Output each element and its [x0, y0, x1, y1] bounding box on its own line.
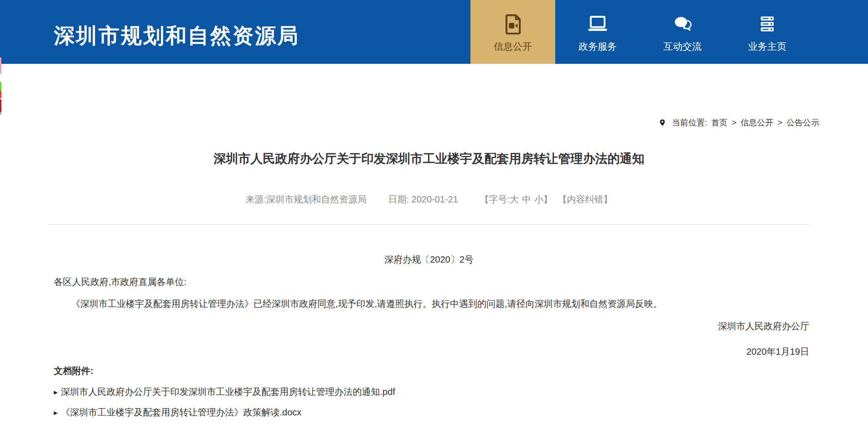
issuing-agency-signature: 深圳市人民政府办公厅: [49, 320, 809, 332]
attachment-link-pdf[interactable]: ▶ 深圳市人民政府办公厅关于印发深圳市工业楼宇及配套用房转让管理办法的通知.pd…: [54, 386, 395, 398]
article-meta: 来源:深圳市规划和自然资源局 日期: 2020-01-21 【字号:大中小】 【…: [49, 193, 809, 206]
fontsize-large-button[interactable]: 大: [510, 194, 519, 204]
edge-widget-stripe: [0, 99, 1, 112]
triangle-bullet-icon: ▶: [54, 410, 57, 416]
meta-source: 来源:深圳市规划和自然资源局: [245, 194, 367, 204]
content-divider: [49, 224, 809, 225]
edge-widget-stripe: [0, 57, 1, 74]
page-title: 深圳市人民政府办公厅关于印发深圳市工业楼宇及配套用房转让管理办法的通知: [49, 150, 809, 167]
content-correction-button[interactable]: 【内容纠错】: [558, 194, 613, 204]
fontsize-suffix: 】: [543, 194, 553, 204]
fontsize-small-button[interactable]: 小: [534, 194, 543, 204]
body-paragraph: 《深圳市工业楼宇及配套用房转让管理办法》已经深圳市政府同意,现予印发,请遵照执行…: [54, 297, 809, 310]
triangle-bullet-icon: ▶: [54, 389, 57, 395]
edge-widget-stripe: [0, 91, 1, 98]
issue-date: 2020年1月19日: [49, 346, 809, 358]
fontsize-prefix: 【字号:: [480, 194, 510, 204]
document-number: 深府办规〔2020〕2号: [49, 254, 809, 266]
fontsize-medium-button[interactable]: 中: [522, 194, 531, 204]
attachment-name: 深圳市人民政府办公厅关于印发深圳市工业楼宇及配套用房转让管理办法的通知.pdf: [61, 386, 395, 398]
article: 深圳市人民政府办公厅关于印发深圳市工业楼宇及配套用房转让管理办法的通知 来源:深…: [49, 0, 809, 425]
edge-widget-stripe: [0, 82, 1, 91]
attachment-link-docx[interactable]: ▶ 《深圳市工业楼宇及配套用房转让管理办法》政策解读.docx: [54, 406, 301, 419]
meta-date: 日期: 2020-01-21: [388, 194, 458, 204]
edge-widget-stripe: [0, 112, 1, 114]
attachments-label: 文档附件:: [54, 365, 93, 377]
fontsize-control: 【字号:大中小】: [480, 194, 555, 204]
body-paragraph: 各区人民政府,市政府直属各单位:: [54, 275, 809, 288]
attachment-name: 《深圳市工业楼宇及配套用房转让管理办法》政策解读.docx: [61, 406, 301, 419]
